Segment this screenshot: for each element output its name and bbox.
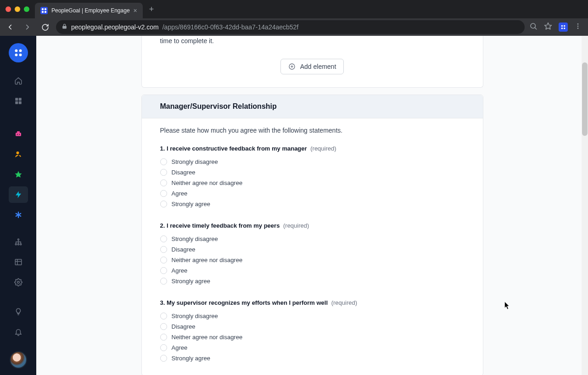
svg-marker-6 [545, 23, 552, 29]
svg-point-17 [19, 54, 22, 56]
lock-icon [62, 23, 67, 31]
radio-option[interactable]: Strongly disagree [160, 235, 465, 242]
toolbar-right [529, 22, 584, 32]
window-maximize-button[interactable] [24, 6, 29, 12]
section-title: Manager/Supervisor Relationship [142, 95, 483, 118]
svg-point-13 [577, 28, 579, 29]
sidebar-bell-icon[interactable] [9, 324, 28, 340]
url-path: /apps/869166c0-0f63-42dd-baa7-14a24aecb5… [162, 23, 299, 31]
radio-icon [160, 246, 167, 253]
radio-icon [160, 257, 167, 263]
svg-point-7 [561, 25, 563, 27]
radio-icon [160, 323, 167, 330]
scrollbar-track[interactable] [582, 36, 588, 375]
svg-point-9 [561, 28, 563, 29]
sidebar-bolt-icon[interactable] [9, 186, 28, 203]
plus-circle-icon [288, 63, 296, 70]
svg-rect-21 [18, 101, 21, 104]
svg-line-5 [535, 28, 537, 29]
radio-option[interactable]: Neither agree nor disagree [160, 334, 465, 341]
radio-option[interactable]: Disagree [160, 323, 465, 330]
sidebar-apps-icon[interactable] [9, 93, 28, 109]
svg-rect-22 [16, 133, 21, 136]
radio-option[interactable]: Neither agree nor disagree [160, 179, 465, 186]
app-logo[interactable] [9, 43, 28, 62]
radio-option[interactable]: Strongly agree [160, 278, 465, 285]
svg-point-14 [15, 49, 17, 52]
browser-tab[interactable]: PeopleGoal | Employee Engage × [35, 3, 143, 18]
user-avatar[interactable] [10, 351, 27, 369]
browser-menu-icon[interactable] [574, 22, 582, 32]
svg-point-1 [45, 8, 46, 10]
forward-button[interactable] [21, 21, 34, 34]
zoom-icon[interactable] [529, 22, 538, 32]
radio-option[interactable]: Strongly agree [160, 201, 465, 207]
svg-point-0 [42, 8, 44, 10]
required-label: (required) [331, 299, 357, 306]
svg-point-35 [20, 244, 21, 245]
new-tab-button[interactable]: + [143, 5, 161, 14]
svg-point-26 [16, 151, 19, 154]
sidebar-settings-icon[interactable] [9, 274, 28, 291]
radio-icon [160, 179, 167, 186]
add-element-button[interactable]: Add element [280, 59, 344, 74]
radio-option[interactable]: Disagree [160, 169, 465, 176]
svg-point-11 [577, 23, 579, 25]
browser-toolbar: peoplegoal.peoplegoal-v2.com/apps/869166… [0, 18, 588, 36]
radio-icon [160, 334, 167, 341]
section-description: Please state how much you agree with the… [160, 127, 465, 134]
sidebar-table-icon[interactable] [9, 254, 28, 270]
radio-icon [160, 169, 167, 176]
radio-option[interactable]: Agree [160, 190, 465, 197]
sidebar-star-icon[interactable] [9, 166, 28, 183]
sidebar-lightbulb-icon[interactable] [9, 303, 28, 320]
radio-option[interactable]: Disagree [160, 246, 465, 253]
sidebar-robot-icon[interactable] [9, 126, 28, 142]
radio-option[interactable]: Agree [160, 267, 465, 274]
question-block: 3. My supervisor recognizes my efforts w… [160, 299, 465, 362]
question-title: 2. I receive timely feedback from my pee… [160, 222, 465, 229]
svg-rect-36 [15, 259, 22, 265]
app-sidebar [0, 36, 36, 375]
svg-point-25 [19, 134, 20, 135]
radio-option[interactable]: Strongly disagree [160, 158, 465, 165]
reload-button[interactable] [39, 21, 51, 34]
svg-point-32 [17, 239, 19, 240]
svg-rect-20 [15, 101, 18, 104]
tab-favicon-icon [40, 7, 48, 14]
radio-option[interactable]: Strongly disagree [160, 313, 465, 319]
radio-option[interactable]: Agree [160, 344, 465, 351]
svg-point-39 [17, 281, 19, 284]
tab-close-icon[interactable]: × [134, 7, 137, 14]
radio-icon [160, 235, 167, 242]
svg-rect-18 [15, 98, 18, 101]
url-host: peoplegoal.peoplegoal-v2.com [71, 23, 159, 31]
add-element-label: Add element [300, 63, 336, 70]
section-card: Manager/Supervisor Relationship Please s… [141, 95, 483, 375]
window-minimize-button[interactable] [15, 6, 20, 12]
question-title: 3. My supervisor recognizes my efforts w… [160, 299, 465, 306]
bookmark-star-icon[interactable] [544, 22, 552, 32]
svg-rect-23 [17, 131, 20, 133]
scrollbar-thumb[interactable] [582, 62, 588, 136]
radio-icon [160, 355, 167, 362]
extension-icon[interactable] [559, 22, 568, 32]
sidebar-person-edit-icon[interactable] [9, 146, 28, 162]
radio-icon [160, 344, 167, 351]
window-controls [6, 6, 29, 12]
sidebar-asterisk-icon[interactable] [9, 207, 28, 223]
sidebar-hierarchy-icon[interactable] [9, 234, 28, 250]
window-close-button[interactable] [6, 6, 11, 12]
radio-option[interactable]: Strongly agree [160, 355, 465, 362]
svg-point-24 [17, 134, 17, 135]
back-button[interactable] [4, 21, 17, 34]
question-block: 1. I receive constructive feedback from … [160, 145, 465, 207]
radio-icon [160, 313, 167, 319]
address-bar[interactable]: peoplegoal.peoplegoal-v2.com/apps/869166… [56, 20, 525, 34]
svg-point-3 [45, 11, 46, 13]
radio-icon [160, 190, 167, 197]
radio-option[interactable]: Neither agree nor disagree [160, 257, 465, 263]
sidebar-home-icon[interactable] [9, 73, 28, 89]
intro-card: time to complete it. Add element [141, 36, 483, 88]
svg-point-15 [19, 49, 22, 52]
